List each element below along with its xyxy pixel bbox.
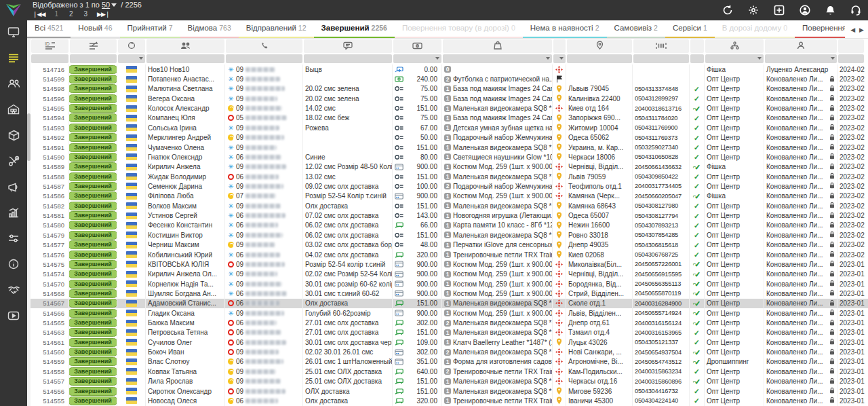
tab-нема-в-наявності[interactable]: Нема в наявності2 (523, 20, 607, 39)
settings-gear-icon[interactable] (748, 5, 759, 16)
column-header-amount[interactable]: $ (393, 39, 441, 53)
filter-input-product[interactable] (443, 54, 552, 63)
order-row-514557[interactable]: 514557ЗавершенийЛила Ярослав0925.01 смс … (31, 377, 868, 386)
order-row-514570[interactable]: 514570ЗавершенийКорнелюк Надія Та...✳093… (31, 279, 868, 289)
column-header-source[interactable] (118, 39, 145, 53)
sidebar-item-info[interactable] (0, 253, 27, 278)
column-header-fulfillment[interactable] (705, 39, 764, 53)
order-row-514561[interactable]: 514561ЗавершенийСучилов Олег0630.01 смс … (31, 337, 868, 347)
order-row-514587[interactable]: 514587ЗавершенийСеменюк Дарина✳0909.02 с… (31, 181, 868, 191)
column-header-product[interactable] (443, 39, 552, 53)
order-row-514577[interactable]: 514577ЗавершенийЧерниш Максим0903.02 смс… (31, 240, 868, 249)
column-header-location[interactable] (567, 39, 632, 53)
order-row-514596[interactable]: 514596ЗавершенийВегера Оксана✳0920.02 см… (31, 94, 868, 103)
tab-самовивіз[interactable]: Самовивіз2 (607, 20, 665, 39)
tab-відмова[interactable]: Відмова763 (180, 20, 239, 39)
column-header-id[interactable]: ID (31, 39, 68, 53)
table-scrollbar[interactable] (27, 39, 31, 406)
tabs-scroll-left-icon[interactable]: ◀ (850, 26, 855, 33)
column-header-date[interactable] (838, 39, 864, 53)
page-size-select[interactable]: 50 (102, 1, 110, 9)
order-row-514581[interactable]: 514581ЗавершенийУстинов Сергей✳0607.02 с… (31, 210, 868, 220)
sidebar-item-dashboard-monitor[interactable] (0, 20, 27, 46)
order-row-514593[interactable]: 514593ЗавершенийСольська Ірина✳09Рожева6… (31, 123, 868, 132)
order-row-514555[interactable]: 514555ЗавершенийНовосад Олеся06Олх доста… (31, 396, 868, 405)
column-header-status[interactable] (70, 39, 117, 53)
tab-в-дорозі-додому[interactable]: В дорозі додому0 (715, 20, 795, 39)
filter-input-amount[interactable] (393, 54, 441, 63)
order-row-514716[interactable]: 514716ЗавершенийНов10 Нов10✳09Выцв0.000Ф… (31, 64, 868, 74)
app-logo-icon[interactable] (0, 0, 27, 20)
filter-input-source[interactable] (118, 54, 145, 63)
order-row-514580[interactable]: 514580ЗавершенийФесенко Константин✳0606.… (31, 221, 868, 230)
column-header-comment[interactable] (304, 39, 392, 53)
tabs-scroll-right-icon[interactable]: ▶ (859, 26, 864, 33)
order-row-514576[interactable]: 514576ЗавершенийКобилинський Юрий✳0604.0… (31, 250, 868, 259)
add-box-icon[interactable] (774, 5, 785, 16)
filter-input-ttn[interactable] (633, 54, 689, 63)
column-header-customer[interactable] (146, 39, 224, 53)
sidebar-item-orders-list[interactable] (0, 46, 27, 72)
order-row-514574[interactable]: 514574ЗавершенийКирилич Анжела Ол...✳090… (31, 270, 868, 279)
tab-новый[interactable]: Новый46 (71, 20, 119, 39)
page-number-1[interactable]: 1 (54, 10, 58, 18)
order-row-514560[interactable]: 514560ЗавершенийБокоч Иван0902.02 30.01 … (31, 347, 868, 356)
order-row-514591[interactable]: 514591ЗавершенийЧумаченко Олена✳09151.00… (31, 143, 868, 152)
sidebar-item-products-cube[interactable] (0, 124, 27, 149)
support-headset-icon[interactable] (850, 5, 861, 16)
sidebar-item-customers-people[interactable] (0, 72, 27, 98)
order-row-514567[interactable]: 514567ЗавершенийАдамовский Станис...06Ол… (31, 299, 868, 308)
tab-повернення-товару-в-дорозі-[interactable]: Повернення товару (в дорозі)0 (395, 20, 523, 39)
sidebar-item-marketing-megaphone[interactable] (0, 175, 27, 201)
order-row-514579[interactable]: 514579ЗавершенийКостишин Виктор✳0906.02 … (31, 230, 868, 240)
order-row-514598[interactable]: 514598ЗавершенийМалютина Светлана✳0920.0… (31, 84, 868, 94)
order-row-514590[interactable]: 514590ЗавершенийГнатюк Олексндр✳06Синие8… (31, 152, 868, 162)
order-row-514599[interactable]: 514599ЗавершенийПотапенко Анастас...✳092… (31, 74, 868, 84)
filter-input-status[interactable] (70, 54, 117, 63)
first-page-button[interactable]: ❘◀◀ (33, 11, 45, 18)
column-header-check[interactable] (690, 39, 704, 53)
tab-прийнятий[interactable]: Прийнятий7 (120, 20, 180, 39)
tab-сервіси[interactable]: Сервіси1 (665, 20, 715, 39)
filter-input-phone[interactable] (226, 54, 302, 63)
tab-завершений[interactable]: Завершений2256 (314, 20, 395, 39)
filter-input-comment[interactable] (304, 54, 392, 63)
order-row-514568[interactable]: 514568ЗавершенийШумляс Богдана Ан...✳063… (31, 289, 868, 298)
column-header-carrier[interactable] (553, 39, 566, 53)
order-row-514588[interactable]: 514588ЗавершенийЖидак Володимир0613.02 с… (31, 172, 868, 181)
sidebar-item-settings-sliders[interactable] (0, 227, 27, 253)
order-row-514586[interactable]: 514586ЗавершенийФіліпова Люба07Розмір 52… (31, 191, 868, 201)
order-row-514558[interactable]: 514558ЗавершенийКовпак Татьяна0925.01 см… (31, 367, 868, 376)
order-row-514592[interactable]: 514592ЗавершенийМерклингер Андрей0950.00… (31, 133, 868, 143)
tab-відправлений[interactable]: Відправлений12 (239, 20, 314, 39)
scrollbar-thumb[interactable] (27, 113, 31, 161)
sidebar-item-warehouse[interactable] (0, 98, 27, 124)
filter-input-date[interactable] (838, 54, 864, 63)
filter-input-fulfillment[interactable] (705, 54, 764, 63)
sidebar-item-video-tutorials[interactable] (0, 304, 27, 330)
order-row-514589[interactable]: 514589ЗавершенийКирилич Анжела✳0912.02 с… (31, 162, 868, 172)
filter-input-check[interactable] (690, 54, 704, 63)
sidebar-item-statistics-chart[interactable] (0, 201, 27, 227)
page-number-3[interactable]: 3 (84, 10, 88, 18)
column-header-manager[interactable] (765, 39, 837, 53)
order-row-514559[interactable]: 514559ЗавершенийВлас Слотюу0626.01 смс 1… (31, 357, 868, 367)
order-row-514582[interactable]: 514582ЗавершенийВолков Максим✳09Олх дост… (31, 201, 868, 210)
filter-input-id[interactable] (31, 54, 68, 63)
filter-input-manager[interactable] (765, 54, 837, 63)
order-row-514595[interactable]: 514595ЗавершенийКолосок Александр0914.02… (31, 103, 868, 113)
tab-всі[interactable]: Всі4521 (27, 20, 71, 39)
refresh-icon[interactable] (722, 5, 733, 16)
notifications-bell-icon[interactable] (825, 5, 835, 16)
order-row-514594[interactable]: 514594ЗавершенийКомпанец Юля0518.02 смс … (31, 113, 868, 123)
column-header-phone[interactable] (226, 39, 302, 53)
sidebar-item-partners-handshake[interactable] (0, 278, 27, 304)
order-row-514556[interactable]: 514556ЗавершенийСиротюк Олександр09ОЛХ д… (31, 386, 868, 396)
filter-input-carrier[interactable] (553, 54, 566, 63)
sidebar-item-procurement-cart[interactable] (0, 149, 27, 175)
filter-input-customer[interactable] (146, 54, 224, 63)
order-row-514563[interactable]: 514563ЗавершенийПетровська Тетяна0627.01… (31, 328, 868, 337)
order-row-514566[interactable]: 514566ЗавершенийГладик Оксана✳09Голубий … (31, 308, 868, 318)
page-number-2[interactable]: 2 (69, 10, 73, 18)
column-header-ttn[interactable] (633, 39, 689, 53)
